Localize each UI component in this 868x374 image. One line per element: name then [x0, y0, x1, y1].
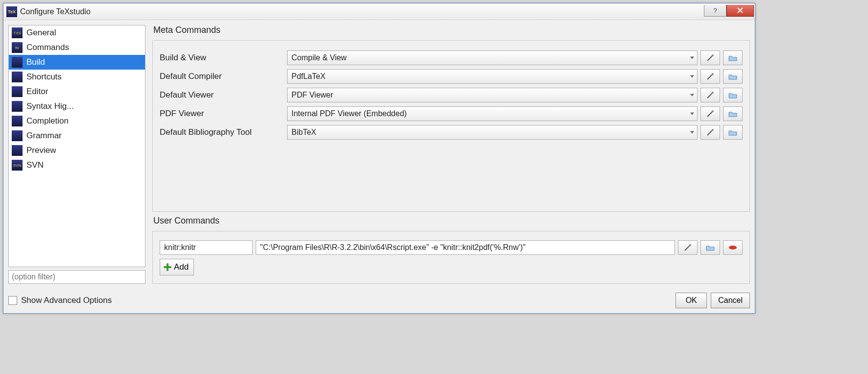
- shortcuts-icon: [12, 72, 23, 82]
- sidebar-item-label: Grammar: [26, 131, 62, 141]
- chevron-down-icon: [690, 94, 694, 97]
- general-icon: TXS: [12, 27, 23, 38]
- meta-label: Build & View: [160, 53, 287, 63]
- configure-button[interactable]: [700, 106, 720, 121]
- sidebar-item-label: Completion: [26, 116, 69, 126]
- advanced-options-checkbox[interactable]: [8, 296, 17, 305]
- editor-icon: [12, 86, 23, 97]
- sidebar-item-build[interactable]: Build: [9, 55, 145, 70]
- meta-row-default-bibliography-tool: Default Bibliography Tool BibTeX: [160, 123, 743, 142]
- bottom-bar: Show Advanced Options OK Cancel: [3, 289, 755, 313]
- sidebar-item-shortcuts[interactable]: Shortcuts: [9, 70, 145, 84]
- folder-open-icon: [728, 54, 738, 62]
- add-user-command-button[interactable]: Add: [160, 259, 194, 275]
- meta-row-default-viewer: Default Viewer PDF Viewer: [160, 86, 743, 104]
- svg-point-6: [729, 246, 737, 249]
- default-bibliography-combo[interactable]: BibTeX: [287, 125, 698, 140]
- user-commands-title: User Commands: [152, 216, 750, 227]
- configure-button[interactable]: [700, 88, 720, 102]
- close-button[interactable]: [726, 5, 754, 17]
- wand-icon: [683, 243, 692, 252]
- svg-point-3: [712, 110, 714, 112]
- svg-point-2: [712, 92, 714, 94]
- sidebar-item-editor[interactable]: Editor: [9, 84, 145, 99]
- app-icon: TeX: [6, 6, 17, 17]
- sidebar-item-svn[interactable]: SVN SVN: [9, 158, 145, 173]
- default-viewer-combo[interactable]: PDF Viewer: [287, 88, 698, 102]
- svg-point-0: [712, 54, 714, 56]
- grammar-icon: [12, 130, 23, 141]
- ok-button[interactable]: OK: [675, 293, 707, 308]
- dialog-window: TeX Configure TeXstudio ? TXS General lt…: [3, 3, 755, 314]
- build-view-combo[interactable]: Compile & View: [287, 50, 698, 65]
- wand-icon: [706, 128, 715, 137]
- chevron-down-icon: [690, 57, 694, 59]
- sidebar-item-general[interactable]: TXS General: [9, 25, 145, 40]
- folder-open-icon: [705, 244, 715, 251]
- open-button[interactable]: [723, 125, 743, 140]
- sidebar-item-completion[interactable]: Completion: [9, 114, 145, 128]
- add-button-label: Add: [174, 262, 189, 272]
- folder-open-icon: [728, 91, 738, 99]
- commands-icon: ltx: [12, 42, 23, 53]
- remove-button[interactable]: [723, 240, 743, 255]
- combo-value: PDF Viewer: [291, 91, 333, 100]
- advanced-options-label: Show Advanced Options: [21, 296, 112, 305]
- sidebar-item-label: Build: [26, 57, 45, 67]
- meta-label: Default Bibliography Tool: [160, 127, 287, 137]
- wand-icon: [706, 91, 715, 100]
- meta-label: Default Compiler: [160, 72, 287, 81]
- user-command-value-input[interactable]: "C:\Program Files\R\R-3.2.2\bin\x64\Rscr…: [256, 240, 675, 255]
- sidebar-item-label: Shortcuts: [26, 72, 62, 82]
- open-button[interactable]: [723, 88, 743, 102]
- completion-icon: [12, 116, 23, 126]
- meta-row-build-view: Build & View Compile & View: [160, 49, 743, 67]
- pdf-viewer-combo[interactable]: Internal PDF Viewer (Embedded): [287, 106, 698, 121]
- combo-value: Internal PDF Viewer (Embedded): [291, 109, 407, 118]
- sidebar-item-label: Preview: [26, 146, 56, 155]
- open-button[interactable]: [723, 50, 743, 65]
- sidebar-item-label: Syntax Hig...: [26, 101, 73, 111]
- user-command-name-input[interactable]: knitr:knitr: [160, 240, 253, 255]
- open-button[interactable]: [723, 69, 743, 84]
- help-button[interactable]: ?: [704, 5, 726, 17]
- svg-point-1: [712, 73, 714, 75]
- wand-icon: [706, 72, 715, 81]
- open-button[interactable]: [723, 106, 743, 121]
- category-sidebar: TXS General ltx Commands Build Shortcuts: [8, 25, 145, 267]
- svg-point-5: [689, 244, 691, 246]
- titlebar: TeX Configure TeXstudio ?: [3, 3, 755, 20]
- sidebar-item-label: Commands: [26, 43, 69, 52]
- cancel-button[interactable]: Cancel: [711, 293, 750, 308]
- option-filter-input[interactable]: [8, 270, 145, 284]
- svg-point-4: [712, 129, 714, 131]
- wand-icon: [706, 109, 715, 118]
- chevron-down-icon: [690, 75, 694, 78]
- open-button[interactable]: [700, 240, 720, 255]
- chevron-down-icon: [690, 131, 694, 134]
- wand-icon: [706, 53, 715, 62]
- meta-commands-title: Meta Commands: [152, 25, 750, 36]
- sidebar-item-commands[interactable]: ltx Commands: [9, 40, 145, 55]
- configure-button[interactable]: [700, 50, 720, 65]
- sidebar-item-syntax-highlighting[interactable]: Syntax Hig...: [9, 99, 145, 114]
- sidebar-item-label: Editor: [26, 87, 48, 97]
- meta-commands-group: Build & View Compile & View Default Comp…: [152, 40, 750, 212]
- configure-button[interactable]: [678, 240, 698, 255]
- plus-icon: [163, 263, 172, 272]
- combo-value: Compile & View: [291, 53, 347, 62]
- remove-icon: [728, 245, 738, 250]
- configure-button[interactable]: [700, 125, 720, 140]
- combo-value: BibTeX: [291, 128, 316, 137]
- user-commands-group: knitr:knitr "C:\Program Files\R\R-3.2.2\…: [152, 231, 750, 284]
- sidebar-item-preview[interactable]: Preview: [9, 143, 145, 158]
- build-icon: [12, 57, 23, 68]
- window-title: Configure TeXstudio: [20, 7, 91, 16]
- svn-icon: SVN: [12, 160, 23, 171]
- folder-open-icon: [728, 73, 738, 80]
- combo-value: PdfLaTeX: [291, 72, 325, 81]
- configure-button[interactable]: [700, 69, 720, 84]
- sidebar-item-grammar[interactable]: Grammar: [9, 128, 145, 143]
- folder-open-icon: [728, 110, 738, 118]
- default-compiler-combo[interactable]: PdfLaTeX: [287, 69, 698, 84]
